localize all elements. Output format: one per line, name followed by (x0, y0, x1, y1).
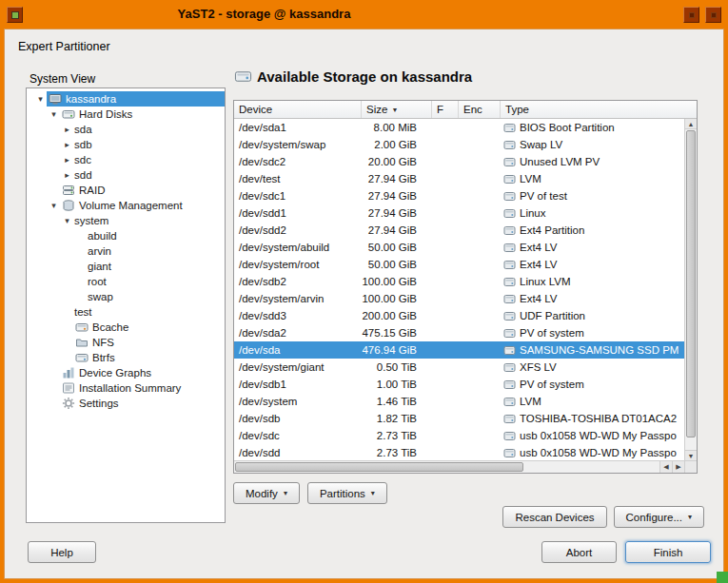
table-row-dev-system[interactable]: /dev/system1.46 TiBLVM (234, 393, 684, 410)
type-label: PV of test (520, 190, 567, 202)
size-cell: 476.94 GiB (362, 344, 432, 356)
type-cell: LVM (501, 396, 684, 408)
abort-button[interactable]: Abort (541, 541, 617, 563)
table-row-dev-system-arvin[interactable]: /dev/system/arvin100.00 GiBExt4 LV (234, 290, 684, 307)
sidebar-item-sdb[interactable]: ▸sdb (27, 137, 225, 152)
configure-button[interactable]: Configure... ▾ (614, 506, 704, 528)
device-cell: /dev/sdd3 (234, 310, 362, 321)
finish-button-label: Finish (654, 547, 683, 558)
column-header-type[interactable]: Type (501, 101, 697, 118)
sidebar-item-test[interactable]: test (27, 304, 225, 320)
sidebar-item-sdc[interactable]: ▸sdc (27, 152, 225, 167)
chevron-down-icon[interactable]: ▾ (48, 107, 60, 122)
table-row-dev-system-swap[interactable]: /dev/system/swap2.00 GiBSwap LV (234, 136, 684, 153)
sidebar-item-label: sdc (74, 154, 91, 165)
sidebar-item-btrfs[interactable]: Btrfs (27, 350, 225, 365)
help-button[interactable]: Help (28, 541, 96, 563)
window-menu-button[interactable] (7, 7, 23, 23)
table-row-dev-system-abuild[interactable]: /dev/system/abuild50.00 GiBExt4 LV (234, 239, 684, 256)
finish-button[interactable]: Finish (625, 541, 711, 563)
partitions-button[interactable]: Partitions ▾ (307, 482, 387, 504)
vertical-scrollbar[interactable]: ▲ ▼ (684, 119, 697, 460)
sidebar-item-swap[interactable]: swap (27, 289, 225, 304)
table-toolbar: Modify ▾ Partitions ▾ (233, 482, 387, 504)
sidebar-item-bcache[interactable]: Bcache (27, 320, 225, 335)
modify-button[interactable]: Modify ▾ (233, 482, 300, 504)
type-label: Swap LV (520, 139, 562, 150)
type-label: XFS LV (520, 361, 557, 373)
chevron-right-icon[interactable]: ▸ (61, 122, 73, 137)
sidebar-item-body: RAID (60, 183, 225, 198)
device-cell: /dev/sdb2 (234, 276, 362, 287)
sidebar-item-body: Installation Summary (60, 380, 225, 396)
vertical-scrollbar-thumb[interactable] (686, 130, 696, 437)
sidebar-item-label: Settings (79, 398, 119, 409)
table-row-dev-sda1[interactable]: /dev/sda18.00 MiBBIOS Boot Partition (234, 119, 684, 136)
scroll-left-arrow-icon[interactable]: ◀ (659, 461, 672, 473)
table-row-dev-system-root[interactable]: /dev/system/root50.00 GiBExt4 LV (234, 256, 684, 273)
table-row-dev-sdc[interactable]: /dev/sdc2.73 TiBusb 0x1058 WD-WD My Pass… (234, 427, 684, 444)
table-row-dev-sdd3[interactable]: /dev/sdd3200.00 GiBUDF Partition (234, 307, 684, 324)
sidebar-item-root[interactable]: root (27, 274, 225, 289)
column-header-device[interactable]: Device (234, 101, 362, 118)
column-header-f[interactable]: F (432, 101, 459, 118)
table-row-dev-sdc1[interactable]: /dev/sdc127.94 GiBPV of test (234, 187, 684, 204)
column-header-size[interactable]: Size▼ (362, 101, 432, 118)
type-label: Linux LVM (520, 276, 570, 287)
horizontal-scrollbar-thumb[interactable] (235, 462, 523, 472)
chevron-right-icon[interactable]: ▸ (61, 137, 73, 152)
btrfs-icon (74, 351, 89, 364)
size-cell: 50.00 GiB (362, 242, 432, 253)
chevron-right-icon[interactable]: ▸ (61, 152, 73, 167)
horizontal-scrollbar[interactable]: ◀ ▶ (234, 460, 684, 473)
device-icon (503, 122, 516, 134)
close-button[interactable] (705, 7, 721, 23)
size-cell: 1.00 TiB (362, 379, 432, 390)
table-row-dev-sdb1[interactable]: /dev/sdb11.00 TiBPV of system (234, 376, 684, 393)
sidebar-item-sda[interactable]: ▸sda (27, 122, 225, 137)
sidebar-item-body: root (87, 274, 225, 289)
table-row-dev-sdd2[interactable]: /dev/sdd227.94 GiBExt4 Partition (234, 222, 684, 239)
type-label: usb 0x1058 WD-WD My Passpo (520, 447, 677, 458)
table-row-dev-sda2[interactable]: /dev/sda2475.15 GiBPV of system (234, 324, 684, 341)
sidebar-item-system[interactable]: ▾system (27, 213, 225, 228)
graph-icon (61, 366, 76, 379)
sidebar-item-giant[interactable]: giant (27, 259, 225, 274)
chevron-right-icon[interactable]: ▸ (61, 167, 73, 183)
chevron-down-icon[interactable]: ▾ (34, 91, 47, 107)
maximize-button[interactable] (683, 7, 699, 23)
table-row-dev-system-giant[interactable]: /dev/system/giant0.50 TiBXFS LV (234, 359, 684, 376)
titlebar[interactable]: YaST2 - storage @ kassandra (0, 0, 728, 29)
sidebar-item-volume-management[interactable]: ▾Volume Management (27, 198, 225, 213)
chevron-down-icon[interactable]: ▾ (48, 198, 60, 213)
dialog-content: Expert Partitioner System View ▾kassandr… (4, 29, 724, 579)
scroll-down-arrow-icon[interactable]: ▼ (685, 450, 697, 460)
sidebar-item-label: sda (74, 124, 92, 135)
sidebar-item-abuild[interactable]: abuild (27, 228, 225, 243)
sidebar-item-body: Hard Disks (60, 107, 225, 122)
help-button-label: Help (50, 547, 73, 558)
scroll-right-arrow-icon[interactable]: ▶ (672, 461, 684, 473)
sidebar-item-settings[interactable]: Settings (27, 396, 225, 411)
sidebar-item-arvin[interactable]: arvin (27, 243, 225, 259)
sidebar-item-hard-disks[interactable]: ▾Hard Disks (27, 107, 225, 122)
chevron-down-icon[interactable]: ▾ (61, 213, 73, 228)
scroll-up-arrow-icon[interactable]: ▲ (685, 119, 697, 129)
sidebar-item-kassandra[interactable]: ▾kassandra (27, 91, 225, 107)
device-cell: /dev/system/giant (234, 361, 362, 373)
table-row-dev-sdd[interactable]: /dev/sdd2.73 TiBusb 0x1058 WD-WD My Pass… (234, 444, 684, 460)
sidebar-item-sdd[interactable]: ▸sdd (27, 167, 225, 183)
table-row-dev-sda[interactable]: /dev/sda476.94 GiBSAMSUNG-SAMSUNG SSD PM (234, 341, 684, 359)
sidebar-item-installation-summary[interactable]: Installation Summary (27, 380, 225, 396)
resize-grip[interactable] (717, 572, 728, 583)
column-header-enc[interactable]: Enc (459, 101, 501, 118)
table-row-dev-sdb[interactable]: /dev/sdb1.82 TiBTOSHIBA-TOSHIBA DT01ACA2 (234, 410, 684, 427)
sidebar-item-nfs[interactable]: NFS (27, 335, 225, 350)
table-row-dev-sdc2[interactable]: /dev/sdc220.00 GiBUnused LVM PV (234, 153, 684, 170)
table-row-dev-sdb2[interactable]: /dev/sdb2100.00 GiBLinux LVM (234, 273, 684, 290)
table-row-dev-test[interactable]: /dev/test27.94 GiBLVM (234, 170, 684, 187)
sidebar-item-raid[interactable]: RAID (27, 183, 225, 198)
table-row-dev-sdd1[interactable]: /dev/sdd127.94 GiBLinux (234, 204, 684, 222)
sidebar-item-device-graphs[interactable]: Device Graphs (27, 365, 225, 380)
rescan-devices-button[interactable]: Rescan Devices (502, 506, 606, 528)
